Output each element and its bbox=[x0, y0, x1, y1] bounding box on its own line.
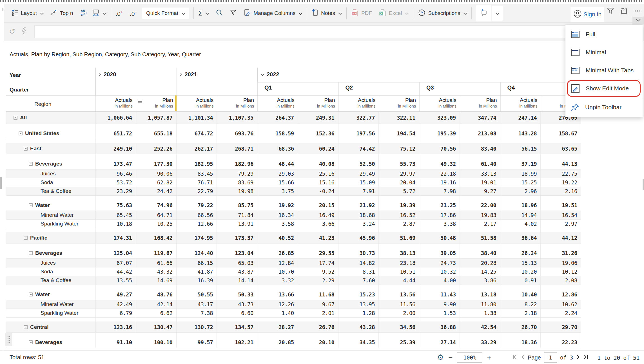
value-cell[interactable]: 20.04 bbox=[379, 178, 419, 187]
value-cell[interactable]: 22.75 bbox=[541, 169, 581, 178]
value-cell[interactable]: 18.68 bbox=[338, 211, 379, 219]
value-cell[interactable]: 194.54 bbox=[379, 128, 419, 139]
value-cell[interactable]: 50.48 bbox=[419, 232, 460, 243]
value-cell[interactable]: 74.42 bbox=[338, 143, 379, 154]
drag-handle[interactable] bbox=[5, 333, 12, 346]
value-cell[interactable]: 75.63 bbox=[95, 200, 136, 211]
value-cell[interactable]: 123.04 bbox=[217, 247, 257, 258]
filter-corner-button[interactable] bbox=[606, 7, 615, 16]
filter-button[interactable] bbox=[230, 9, 237, 17]
value-cell[interactable]: 64.71 bbox=[136, 211, 177, 219]
aggregation-button[interactable]: Σ bbox=[198, 10, 209, 17]
value-cell[interactable]: 123.16 bbox=[95, 321, 136, 332]
value-cell[interactable]: 134.57 bbox=[217, 321, 257, 332]
value-cell[interactable]: 19.22 bbox=[541, 178, 581, 187]
value-cell[interactable]: 43.73 bbox=[217, 300, 257, 309]
value-cell[interactable]: 252.26 bbox=[136, 143, 177, 154]
value-cell[interactable]: 1.38 bbox=[460, 309, 500, 317]
collapse-icon[interactable] bbox=[29, 162, 33, 166]
value-cell[interactable]: 197.56 bbox=[338, 128, 379, 139]
value-cell[interactable]: 83.69 bbox=[217, 178, 257, 187]
value-cell[interactable]: 158.67 bbox=[541, 128, 581, 139]
value-cell[interactable]: 36.88 bbox=[419, 321, 460, 332]
table-row[interactable]: Sparkling Water10.1810.2512.6613.913.583… bbox=[6, 220, 581, 228]
value-cell[interactable]: 14.94 bbox=[500, 211, 541, 219]
value-cell[interactable]: 37.19 bbox=[500, 158, 541, 169]
notes-button[interactable]: Notes bbox=[311, 9, 342, 18]
table-row[interactable]: Water75.6374.9679.2285.7519.9220.1521.92… bbox=[6, 200, 581, 211]
table-row[interactable]: Pacific174.31168.42174.95173.3740.5241.2… bbox=[6, 232, 581, 244]
last-page-button[interactable] bbox=[583, 354, 589, 361]
value-cell[interactable]: 19.06 bbox=[541, 259, 581, 267]
value-cell[interactable]: 67.07 bbox=[95, 259, 136, 267]
value-cell[interactable]: 182.96 bbox=[217, 158, 257, 169]
value-cell[interactable]: 102.21 bbox=[217, 337, 257, 348]
value-cell[interactable]: 19.16 bbox=[419, 178, 460, 187]
row-header-cell[interactable]: Sparkling Water bbox=[6, 309, 95, 317]
sign-in-button[interactable]: Sign in bbox=[571, 7, 604, 22]
row-header-cell[interactable]: Tea & Coffee bbox=[6, 187, 95, 195]
value-cell[interactable]: 323.09 bbox=[419, 111, 460, 124]
quick-format-button[interactable]: Quick Format bbox=[142, 8, 189, 19]
value-cell[interactable]: 62.82 bbox=[136, 178, 177, 187]
value-cell[interactable]: 19.39 bbox=[379, 200, 419, 211]
table-row[interactable]: Soda53.7262.8276.7183.6915.6615.1615.092… bbox=[6, 178, 581, 187]
value-cell[interactable]: 29.97 bbox=[379, 169, 419, 178]
value-cell[interactable]: 25.16 bbox=[298, 169, 338, 178]
zoom-out-button[interactable]: − bbox=[448, 354, 453, 361]
more-options-button[interactable] bbox=[633, 7, 642, 16]
value-cell[interactable]: 74.96 bbox=[136, 200, 177, 211]
value-cell[interactable]: 262.17 bbox=[177, 143, 217, 154]
chevron-right-icon[interactable] bbox=[180, 71, 182, 78]
value-cell[interactable]: 247.14 bbox=[500, 111, 541, 124]
table-row[interactable]: Juices96.4690.0683.4579.2929.0325.1629.4… bbox=[6, 169, 581, 178]
value-cell[interactable]: 7.98 bbox=[419, 187, 460, 195]
value-cell[interactable]: 3.75 bbox=[257, 187, 298, 195]
value-cell[interactable]: 7.60 bbox=[338, 276, 379, 285]
value-cell[interactable]: 10.32 bbox=[419, 267, 460, 276]
expand-view-button[interactable] bbox=[619, 7, 629, 16]
top-n-button[interactable]: Top n bbox=[50, 9, 73, 17]
table-row[interactable]: Mineral Water65.4564.7166.5671.8416.3416… bbox=[6, 211, 581, 220]
value-cell[interactable]: 49.27 bbox=[95, 289, 136, 300]
value-cell[interactable]: 50.55 bbox=[177, 289, 217, 300]
value-cell[interactable]: 31.26 bbox=[541, 247, 581, 258]
value-cell[interactable]: 130.72 bbox=[177, 321, 217, 332]
row-header-cell[interactable]: Soda bbox=[6, 267, 95, 276]
value-cell[interactable]: 29.70 bbox=[541, 321, 581, 332]
value-cell[interactable]: 43.17 bbox=[177, 300, 217, 309]
value-cell[interactable]: 60.24 bbox=[298, 143, 338, 154]
value-cell[interactable]: 2.97 bbox=[541, 220, 581, 228]
zoom-level-input[interactable]: 100% bbox=[457, 352, 482, 363]
value-cell[interactable]: 43.32 bbox=[136, 267, 177, 276]
value-cell[interactable]: 76.71 bbox=[177, 178, 217, 187]
value-cell[interactable]: 264.37 bbox=[257, 111, 298, 124]
measure-column-header[interactable]: Planin Millions bbox=[136, 95, 177, 111]
value-cell[interactable]: 693.76 bbox=[217, 128, 257, 139]
value-cell[interactable]: 4.00 bbox=[419, 276, 460, 285]
value-cell[interactable]: 42.49 bbox=[95, 300, 136, 309]
value-cell[interactable]: 99.57 bbox=[177, 337, 217, 348]
measure-column-header[interactable]: Planin Millions bbox=[379, 95, 419, 111]
value-cell[interactable]: 3.38 bbox=[419, 220, 460, 228]
value-cell[interactable]: 28.27 bbox=[257, 321, 298, 332]
menu-item-minimal-with-tabs[interactable]: Minimal With Tabs bbox=[565, 61, 643, 79]
value-cell[interactable]: 173.47 bbox=[95, 158, 136, 169]
value-cell[interactable]: 91.10 bbox=[95, 337, 136, 348]
measure-column-header[interactable]: Planin Millions bbox=[217, 95, 257, 111]
page-number-input[interactable]: 1 bbox=[544, 352, 557, 363]
value-cell[interactable]: 130.47 bbox=[136, 321, 177, 332]
value-cell[interactable]: 83.45 bbox=[177, 169, 217, 178]
value-cell[interactable]: 44.13 bbox=[541, 158, 581, 169]
row-header-cell[interactable]: Juices bbox=[6, 169, 95, 178]
collapse-icon[interactable] bbox=[29, 203, 33, 207]
value-cell[interactable]: 10.18 bbox=[95, 220, 136, 228]
value-cell[interactable]: 66.56 bbox=[177, 211, 217, 219]
value-cell[interactable]: 22.79 bbox=[177, 187, 217, 195]
value-cell[interactable]: 14.69 bbox=[136, 276, 177, 285]
value-cell[interactable]: 20.15 bbox=[298, 200, 338, 211]
value-cell[interactable]: 2.18 bbox=[500, 309, 541, 317]
value-cell[interactable]: 10.51 bbox=[379, 267, 419, 276]
value-cell[interactable]: 16.34 bbox=[257, 211, 298, 219]
comment-dropdown-button[interactable] bbox=[492, 6, 503, 21]
